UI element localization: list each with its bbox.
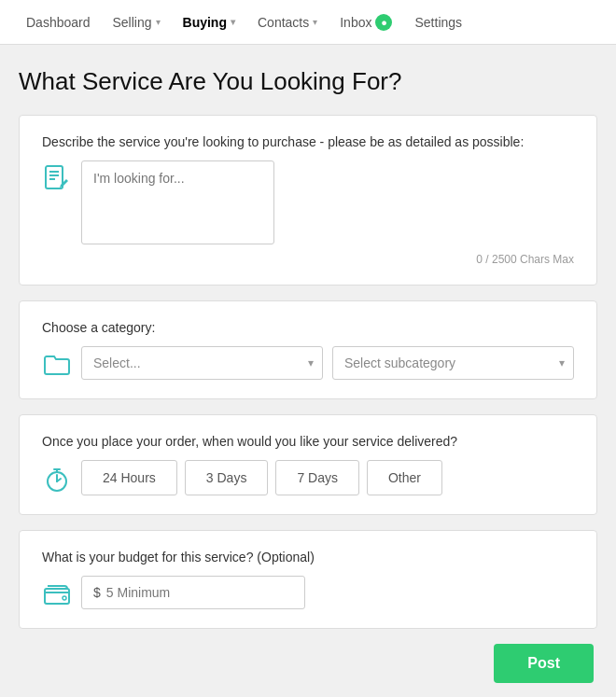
category-select-wrapper: Select... ▾ [81, 346, 323, 380]
category-select[interactable]: Select... [81, 346, 323, 380]
delivery-label: Once you place your order, when would yo… [42, 434, 574, 449]
delivery-card: Once you place your order, when would yo… [19, 414, 597, 515]
svg-rect-0 [46, 166, 63, 188]
budget-label: What is your budget for this service? (O… [42, 550, 574, 565]
nav-settings[interactable]: Settings [403, 0, 473, 45]
post-row: Post [19, 644, 597, 683]
contacts-chevron: ▾ [313, 17, 317, 27]
main-nav: Dashboard Selling ▾ Buying ▾ Contacts ▾ … [0, 0, 616, 45]
delivery-row: 24 Hours 3 Days 7 Days Other [42, 460, 574, 495]
wallet-icon [42, 579, 72, 609]
describe-card: Describe the service you're looking to p… [19, 115, 597, 286]
budget-input-wrap: $ [81, 576, 305, 609]
edit-doc-icon [42, 164, 72, 194]
textarea-row: 0 / 2500 Chars Max [42, 160, 574, 266]
inbox-badge: ● [375, 14, 392, 31]
subcategory-select[interactable]: Select subcategory [332, 346, 574, 380]
folder-icon [42, 350, 72, 380]
describe-label: Describe the service you're looking to p… [42, 134, 574, 149]
subcategory-select-wrapper: Select subcategory ▾ [332, 346, 574, 380]
currency-symbol: $ [93, 585, 101, 600]
post-button[interactable]: Post [494, 644, 594, 683]
budget-input[interactable] [106, 577, 293, 608]
category-row: Select... ▾ Select subcategory ▾ [42, 346, 574, 380]
category-card: Choose a category: Select... ▾ Select su… [19, 300, 597, 399]
page-content: What Service Are You Looking For? Descri… [0, 45, 616, 697]
selling-chevron: ▾ [156, 17, 161, 27]
nav-buying[interactable]: Buying ▾ [172, 0, 246, 45]
char-count: 0 / 2500 Chars Max [81, 253, 574, 266]
delivery-other[interactable]: Other [367, 460, 442, 495]
delivery-3days[interactable]: 3 Days [185, 460, 269, 495]
delivery-7days[interactable]: 7 Days [275, 460, 359, 495]
textarea-container: 0 / 2500 Chars Max [81, 160, 574, 266]
budget-row: $ [42, 576, 574, 609]
delivery-buttons: 24 Hours 3 Days 7 Days Other [81, 460, 442, 495]
budget-card: What is your budget for this service? (O… [19, 530, 597, 629]
buying-chevron: ▾ [231, 17, 235, 27]
nav-contacts[interactable]: Contacts ▾ [246, 0, 329, 45]
nav-inbox[interactable]: Inbox ● [329, 0, 403, 45]
description-textarea[interactable] [81, 160, 274, 244]
stopwatch-icon [42, 465, 72, 495]
svg-point-10 [63, 596, 66, 600]
nav-selling[interactable]: Selling ▾ [102, 0, 172, 45]
delivery-24hours[interactable]: 24 Hours [81, 460, 177, 495]
nav-dashboard[interactable]: Dashboard [15, 0, 102, 45]
page-title: What Service Are You Looking For? [19, 67, 597, 96]
category-label: Choose a category: [42, 320, 574, 335]
